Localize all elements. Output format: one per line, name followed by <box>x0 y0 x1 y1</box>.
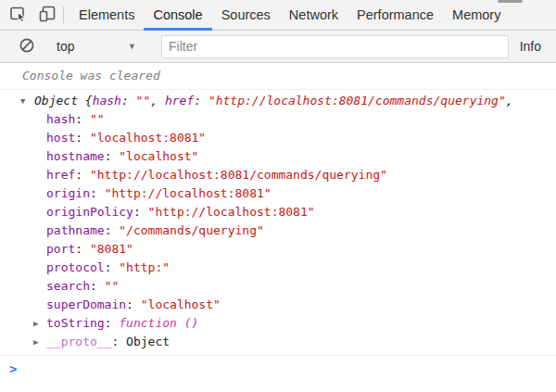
console-toolbar: top ▼ Info <box>0 31 556 63</box>
tab-network[interactable]: Network <box>280 0 348 30</box>
tab-elements[interactable]: Elements <box>70 0 144 30</box>
devtools-window: ElementsConsoleSourcesNetworkPerformance… <box>0 0 556 392</box>
property-separator: : <box>75 168 90 182</box>
toolbar-divider <box>63 6 64 23</box>
property-separator: : <box>105 149 120 163</box>
property-separator: : <box>105 223 120 237</box>
property-name: href <box>46 168 75 182</box>
clear-console-icon <box>19 37 35 57</box>
property-value: "http://localhost:8081/commands/querying… <box>90 168 387 182</box>
property-separator: : <box>90 279 105 293</box>
property-value: "http://localhost:8081" <box>148 205 315 219</box>
property-row-pathname: pathname: "/commands/querying" <box>0 221 556 240</box>
execution-context-label: top <box>57 39 74 54</box>
preview-segment: "" <box>136 94 151 107</box>
console-prompt[interactable]: > <box>0 356 556 376</box>
property-name: hash <box>46 112 75 126</box>
property-name: host <box>46 131 75 145</box>
clear-console-button[interactable] <box>12 37 41 57</box>
property-value: "localhost" <box>119 149 198 163</box>
property-row-port: port: "8081" <box>0 240 556 259</box>
tab-console[interactable]: Console <box>144 0 211 30</box>
property-value: Object <box>126 335 170 348</box>
property-value: "http:" <box>119 260 170 274</box>
property-value: "/commands/querying" <box>119 223 264 237</box>
property-value: "localhost:8081" <box>90 131 206 145</box>
preview-segment: , <box>150 94 165 107</box>
property-row-superDomain: superDomain: "localhost" <box>0 296 556 314</box>
property-separator: : <box>75 131 90 145</box>
preview-segment: Object { <box>34 94 93 107</box>
property-name: hostname <box>46 149 105 163</box>
property-name: pathname <box>46 223 105 237</box>
preview-segment: hash <box>93 94 121 107</box>
property-name: superDomain <box>46 297 126 311</box>
tab-memory[interactable]: Memory <box>443 0 510 30</box>
filter-input[interactable] <box>161 35 509 58</box>
execution-context-selector[interactable]: top ▼ <box>49 39 144 54</box>
property-row-host: host: "localhost:8081" <box>0 129 556 147</box>
devtools-tabbar: ElementsConsoleSourcesNetworkPerformance… <box>0 0 556 31</box>
property-value: "" <box>105 279 120 293</box>
property-value: "http://localhost:8081" <box>105 186 272 200</box>
console-object-message: ▼Object {hash: "", href: "http://localho… <box>0 90 556 356</box>
property-value: "localhost" <box>141 297 221 311</box>
device-toolbar-icon <box>38 5 57 26</box>
property-row-originPolicy: originPolicy: "http://localhost:8081" <box>0 203 556 221</box>
property-row-hash: hash: "" <box>0 110 556 129</box>
property-name: port <box>46 242 75 256</box>
collapsed-triangle-icon: ▶ <box>33 314 38 333</box>
property-row-origin: origin: "http://localhost:8081" <box>0 184 556 203</box>
property-row-href: href: "http://localhost:8081/commands/qu… <box>0 166 556 184</box>
property-separator: : <box>105 316 120 330</box>
property-name: __proto__ <box>46 335 111 348</box>
console-messages: Console was cleared ▼Object {hash: "", h… <box>0 63 556 376</box>
tab-performance[interactable]: Performance <box>348 0 443 30</box>
property-name: originPolicy <box>46 205 133 219</box>
object-preview-text: Object {hash: "", href: "http://localhos… <box>34 94 513 107</box>
preview-segment: : <box>121 94 136 107</box>
property-separator: : <box>105 260 120 274</box>
tabbar-tabs: ElementsConsoleSourcesNetworkPerformance… <box>70 0 510 30</box>
object-preview-row[interactable]: ▼Object {hash: "", href: "http://localho… <box>0 92 556 110</box>
property-value: "8081" <box>90 242 133 256</box>
property-separator: : <box>111 335 126 348</box>
console-cleared-message: Console was cleared <box>0 63 556 90</box>
property-row-protocol: protocol: "http:" <box>0 259 556 277</box>
collapsed-triangle-icon: ▶ <box>33 333 38 351</box>
property-name: protocol <box>46 260 105 274</box>
inspect-element-button[interactable] <box>4 0 32 30</box>
property-separator: : <box>126 297 141 311</box>
object-properties: hash: "" host: "localhost:8081" hostname… <box>0 110 556 351</box>
property-name: toString <box>46 316 105 330</box>
property-value: "" <box>90 112 105 126</box>
property-separator: : <box>133 205 148 219</box>
property-name: origin <box>46 186 90 200</box>
property-row-search: search: "" <box>0 277 556 296</box>
chevron-down-icon: ▼ <box>128 42 136 51</box>
top-edge-artifact <box>498 0 523 3</box>
expanded-triangle-icon[interactable]: ▼ <box>20 92 34 110</box>
property-row-hostname: hostname: "localhost" <box>0 147 556 166</box>
tab-sources[interactable]: Sources <box>212 0 280 30</box>
property-separator: : <box>90 186 105 200</box>
prompt-chevron-icon: > <box>9 361 17 376</box>
property-name: search <box>46 279 90 293</box>
preview-segment: , <box>506 94 513 107</box>
property-row-__proto__[interactable]: ▶ __proto__: Object <box>0 333 556 351</box>
device-toolbar-button[interactable] <box>32 0 61 30</box>
property-row-toString[interactable]: ▶ toString: function () <box>0 314 556 333</box>
preview-segment: : <box>194 94 208 107</box>
preview-segment: href <box>165 94 194 107</box>
inspect-element-icon <box>9 5 28 26</box>
preview-segment: "http://localhost:8081/commands/querying… <box>208 94 506 107</box>
log-level-selector[interactable]: Info <box>520 39 541 54</box>
property-value: function () <box>119 316 198 330</box>
property-separator: : <box>75 242 90 256</box>
property-separator: : <box>75 112 90 126</box>
